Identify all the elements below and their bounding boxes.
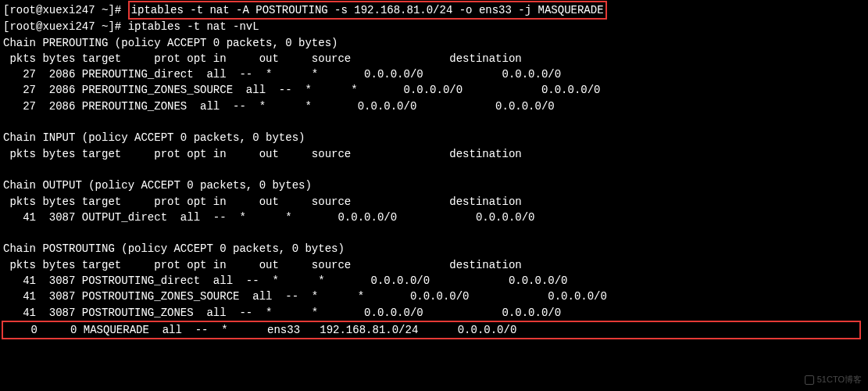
- columns-header: pkts bytes target prot opt in out source…: [3, 51, 865, 66]
- chain-prerouting-header: Chain PREROUTING (policy ACCEPT 0 packet…: [3, 35, 865, 51]
- chain-input-header: Chain INPUT (policy ACCEPT 0 packets, 0 …: [3, 130, 865, 145]
- watermark-icon: [805, 375, 814, 385]
- chain-postrouting-header: Chain POSTROUTING (policy ACCEPT 0 packe…: [3, 241, 865, 256]
- watermark-text: 51CTO博客: [817, 374, 862, 386]
- columns-header: pkts bytes target prot opt in out source…: [3, 194, 865, 210]
- columns-header: pkts bytes target prot opt in out source…: [3, 257, 865, 273]
- table-row: 41 3087 POSTROUTING_direct all -- * * 0.…: [3, 273, 865, 289]
- blank-line: [3, 225, 865, 241]
- table-row: 27 2086 PREROUTING_direct all -- * * 0.0…: [3, 66, 865, 82]
- shell-prompt: [root@xuexi247 ~]#: [3, 20, 128, 33]
- command-text: iptables -t nat -nvL: [128, 20, 259, 33]
- table-row: 27 2086 PREROUTING_ZONES_SOURCE all -- *…: [3, 82, 865, 98]
- highlighted-masquerade-rule: 0 0 MASQUERADE all -- * ens33 192.168.81…: [2, 321, 861, 339]
- table-row: 41 3087 POSTROUTING_ZONES all -- * * 0.0…: [3, 305, 865, 321]
- terminal-line-cmd2: [root@xuexi247 ~]# iptables -t nat -nvL: [3, 19, 865, 34]
- chain-output-header: Chain OUTPUT (policy ACCEPT 0 packets, 0…: [3, 178, 865, 193]
- watermark: 51CTO博客: [805, 374, 862, 386]
- blank-line: [3, 162, 865, 178]
- blank-line: [3, 114, 865, 130]
- terminal-line-cmd1: [root@xuexi247 ~]# iptables -t nat -A PO…: [3, 2, 865, 19]
- table-row: 41 3087 POSTROUTING_ZONES_SOURCE all -- …: [3, 289, 865, 304]
- table-row: 27 2086 PREROUTING_ZONES all -- * * 0.0.…: [3, 99, 865, 114]
- table-row: 41 3087 OUTPUT_direct all -- * * 0.0.0.0…: [3, 210, 865, 225]
- shell-prompt: [root@xuexi247 ~]#: [3, 4, 128, 16]
- columns-header: pkts bytes target prot opt in out source…: [3, 146, 865, 162]
- highlighted-command: iptables -t nat -A POSTROUTING -s 192.16…: [128, 1, 607, 20]
